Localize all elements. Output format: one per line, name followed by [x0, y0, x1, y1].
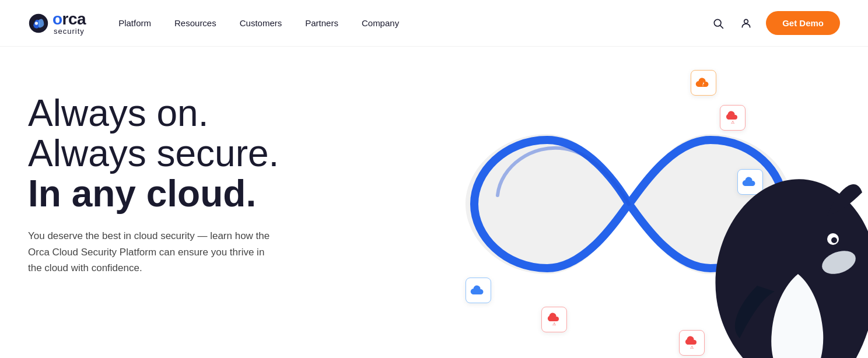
cloud-alert-bottom-right-icon: ⚠ [684, 335, 700, 350]
cloud-card-blue-left [466, 278, 491, 303]
infinity-container: ! ⚠ ⚠ [407, 47, 868, 358]
svg-text:⚠: ⚠ [552, 322, 556, 326]
search-icon [712, 17, 724, 29]
search-button[interactable] [710, 15, 726, 31]
get-demo-button[interactable]: Get Demo [766, 11, 840, 35]
hero-section: Always on. Always secure. In any cloud. … [0, 47, 868, 358]
hero-headline: Always on. Always secure. In any cloud. [28, 93, 279, 214]
logo-link[interactable]: orca security [28, 11, 86, 35]
nav-link-partners[interactable]: Partners [305, 18, 338, 28]
nav-link-platform[interactable]: Platform [118, 18, 151, 28]
orca-whale [710, 169, 868, 358]
svg-point-1 [35, 22, 38, 24]
hero-visual: ! ⚠ ⚠ [407, 47, 868, 358]
cloud-orange-icon: ! [695, 76, 712, 89]
logo-text: orca security [52, 11, 86, 35]
logo-security-text: security [54, 27, 86, 35]
user-icon [740, 17, 752, 29]
nav-right: Get Demo [710, 11, 840, 35]
hero-subtext: You deserve the best in cloud security —… [28, 228, 279, 276]
headline-line2: Always secure. [28, 132, 279, 174]
svg-line-3 [720, 25, 723, 28]
nav-links: Platform Resources Customers Partners Co… [118, 18, 710, 28]
svg-point-4 [744, 19, 748, 23]
cloud-card-orange-top: ! [691, 70, 716, 96]
navbar: orca security Platform Resources Custome… [0, 0, 868, 47]
nav-link-company[interactable]: Company [362, 18, 399, 28]
cloud-card-red-right: ⚠ [720, 105, 746, 131]
cloud-blue-left-icon [470, 284, 487, 297]
svg-point-10 [831, 237, 837, 243]
cloud-red-icon: ⚠ [724, 110, 741, 125]
svg-text:⚠: ⚠ [690, 345, 694, 349]
cloud-card-red-bottom: ⚠ [541, 307, 567, 332]
hero-text-block: Always on. Always secure. In any cloud. … [28, 82, 279, 276]
headline-line3: In any cloud. [28, 173, 256, 215]
cloud-red-bottom-icon: ⚠ [546, 312, 562, 327]
svg-text:⚠: ⚠ [731, 120, 734, 124]
nav-link-customers[interactable]: Customers [240, 18, 282, 28]
headline-line1: Always on. [28, 92, 208, 134]
user-account-button[interactable] [738, 15, 754, 31]
svg-text:!: ! [702, 83, 704, 87]
orca-logo-icon [28, 13, 49, 34]
cloud-card-red-bottom-right: ⚠ [679, 330, 705, 356]
logo-orca-text: orca [52, 11, 86, 27]
nav-link-resources[interactable]: Resources [174, 18, 216, 28]
